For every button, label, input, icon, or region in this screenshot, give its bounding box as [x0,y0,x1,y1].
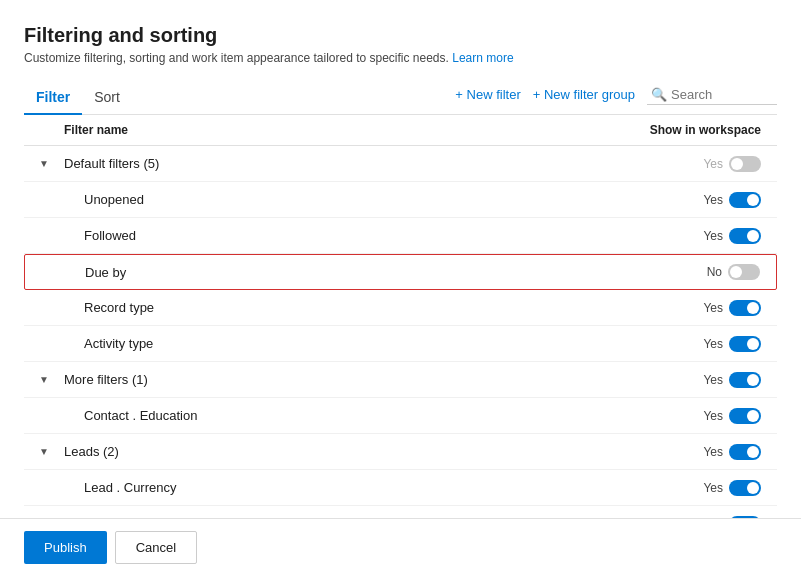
filter-name-contact-education: Contact . Education [64,408,617,423]
toggle-label-activity-type: Yes [703,337,723,351]
filter-toggle-col-followed: Yes [617,228,777,244]
tab-actions: + New filter + New filter group 🔍 [455,85,777,111]
new-filter-button[interactable]: + New filter [455,87,520,102]
filter-name-followed: Followed [64,228,617,243]
toggle-slider-activity-type[interactable] [729,336,761,352]
toggle-slider-followed[interactable] [729,228,761,244]
toggle-unopened[interactable] [729,192,761,208]
filter-row-more-filters: ▼More filters (1)Yes [24,362,777,398]
toggle-label-lead-currency: Yes [703,481,723,495]
toggle-leads[interactable] [729,444,761,460]
filter-toggle-col-leads: Yes [617,444,777,460]
filter-name-leads: Leads (2) [64,444,617,459]
filter-toggle-col-lead-currency: Yes [617,480,777,496]
filter-name-lead-currency: Lead . Currency [64,480,617,495]
header-filter-name: Filter name [64,123,617,137]
toggle-activity-type[interactable] [729,336,761,352]
page-title: Filtering and sorting [24,24,777,47]
toggle-record-type[interactable] [729,300,761,316]
toggle-label-leads: Yes [703,445,723,459]
learn-more-link[interactable]: Learn more [452,51,513,65]
row-arrow-leads[interactable]: ▼ [24,446,64,457]
toggle-slider-due-by[interactable] [728,264,760,280]
toggle-slider-leads[interactable] [729,444,761,460]
toggle-slider-lead-currency[interactable] [729,480,761,496]
toggle-lead-currency[interactable] [729,480,761,496]
filter-name-record-type: Record type [64,300,617,315]
tabs-row: Filter Sort + New filter + New filter gr… [24,81,777,115]
toggle-label-due-by: No [707,265,722,279]
filter-list: ▼Default filters (5)YesUnopenedYesFollow… [24,146,777,542]
toggle-label-record-type: Yes [703,301,723,315]
filter-name-default-filters: Default filters (5) [64,156,617,171]
filter-row-record-type: Record typeYes [24,290,777,326]
toggle-slider-contact-education[interactable] [729,408,761,424]
filter-toggle-col-default-filters: Yes [617,156,777,172]
toggle-followed[interactable] [729,228,761,244]
filter-row-activity-type: Activity typeYes [24,326,777,362]
toggle-label-contact-education: Yes [703,409,723,423]
toggle-label-default-filters: Yes [703,157,723,171]
row-arrow-default-filters[interactable]: ▼ [24,158,64,169]
filter-row-unopened: UnopenedYes [24,182,777,218]
tab-sort[interactable]: Sort [82,81,132,115]
toggle-slider-default-filters[interactable] [729,156,761,172]
toggle-slider-unopened[interactable] [729,192,761,208]
filter-toggle-col-more-filters: Yes [617,372,777,388]
footer: Publish Cancel [0,518,801,576]
table-header: Filter name Show in workspace [24,115,777,146]
filter-row-contact-education: Contact . EducationYes [24,398,777,434]
filter-toggle-col-activity-type: Yes [617,336,777,352]
cancel-button[interactable]: Cancel [115,531,197,564]
page-subtitle: Customize filtering, sorting and work it… [24,51,777,65]
search-icon: 🔍 [651,87,667,102]
filter-row-lead-currency: Lead . CurrencyYes [24,470,777,506]
filter-row-leads: ▼Leads (2)Yes [24,434,777,470]
filter-row-default-filters: ▼Default filters (5)Yes [24,146,777,182]
filter-name-due-by: Due by [65,265,616,280]
search-box[interactable]: 🔍 [647,85,777,105]
toggle-due-by[interactable] [728,264,760,280]
filter-row-followed: FollowedYes [24,218,777,254]
toggle-slider-record-type[interactable] [729,300,761,316]
toggle-default-filters[interactable] [729,156,761,172]
row-arrow-more-filters[interactable]: ▼ [24,374,64,385]
filter-toggle-col-due-by: No [616,264,776,280]
tab-filter[interactable]: Filter [24,81,82,115]
toggle-label-followed: Yes [703,229,723,243]
toggle-label-unopened: Yes [703,193,723,207]
search-input[interactable] [671,87,771,102]
header-show-in-workspace: Show in workspace [617,123,777,137]
filter-name-more-filters: More filters (1) [64,372,617,387]
filter-name-unopened: Unopened [64,192,617,207]
filter-toggle-col-record-type: Yes [617,300,777,316]
toggle-more-filters[interactable] [729,372,761,388]
filter-toggle-col-contact-education: Yes [617,408,777,424]
toggle-contact-education[interactable] [729,408,761,424]
filter-toggle-col-unopened: Yes [617,192,777,208]
toggle-label-more-filters: Yes [703,373,723,387]
filter-name-activity-type: Activity type [64,336,617,351]
filter-row-due-by: Due byNo [24,254,777,290]
toggle-slider-more-filters[interactable] [729,372,761,388]
new-filter-group-button[interactable]: + New filter group [533,87,635,102]
publish-button[interactable]: Publish [24,531,107,564]
